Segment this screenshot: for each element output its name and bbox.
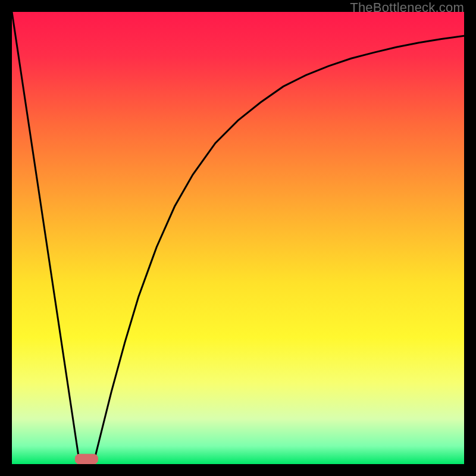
gradient-background — [12, 12, 464, 464]
bottleneck-chart — [12, 12, 464, 464]
watermark-text: TheBottleneck.com — [350, 0, 464, 15]
minimum-marker — [75, 454, 98, 464]
chart-frame — [12, 12, 464, 464]
